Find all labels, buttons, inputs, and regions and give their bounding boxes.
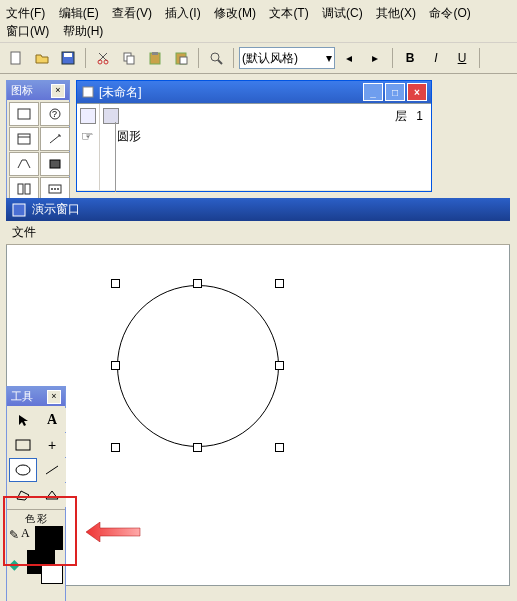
menu-other[interactable]: 其他(X)	[376, 6, 416, 20]
menu-file[interactable]: 文件(F)	[6, 6, 45, 20]
new-button[interactable]	[4, 46, 28, 70]
icon-cell[interactable]: ?	[40, 102, 70, 126]
bg-color-swatch[interactable]	[41, 564, 63, 584]
separator	[233, 48, 234, 68]
menu-window[interactable]: 窗口(W)	[6, 24, 49, 38]
layer-indicator: 层 1	[395, 108, 423, 125]
svg-rect-29	[13, 204, 25, 216]
document-title: [未命名]	[99, 84, 142, 101]
open-button[interactable]	[30, 46, 54, 70]
menu-insert[interactable]: 插入(I)	[165, 6, 200, 20]
preview-window: 演示窗口 文件	[6, 198, 510, 586]
select-tool[interactable]	[9, 408, 37, 432]
find-button[interactable]	[204, 46, 228, 70]
svg-rect-16	[18, 134, 30, 144]
preview-menu-file[interactable]: 文件	[12, 225, 36, 239]
svg-point-22	[51, 188, 53, 190]
svg-rect-8	[152, 52, 158, 55]
menu-view[interactable]: 查看(V)	[112, 6, 152, 20]
svg-rect-0	[11, 52, 20, 64]
handle-n[interactable]	[193, 279, 202, 288]
paste2-button[interactable]	[169, 46, 193, 70]
ellipse-tool[interactable]	[9, 458, 37, 482]
svg-point-11	[211, 53, 219, 61]
menu-help[interactable]: 帮助(H)	[63, 24, 104, 38]
palette-title-text: 图标	[11, 83, 33, 98]
doc-tree: 圆形	[103, 108, 141, 145]
layer-number: 1	[416, 109, 423, 123]
circle-shape[interactable]	[117, 285, 279, 447]
tools-palette: 工具 × A + 色 彩 ✎ A ◆ 线 型	[6, 386, 66, 601]
menu-bar: 文件(F) 编辑(E) 查看(V) 插入(I) 修改(M) 文本(T) 调试(C…	[0, 0, 517, 43]
svg-rect-10	[180, 57, 187, 64]
svg-point-24	[57, 188, 59, 190]
tree-root-icon[interactable]	[103, 108, 119, 124]
document-titlebar[interactable]: [未命名] _ □ ×	[77, 81, 431, 103]
tree-node[interactable]: 圆形	[117, 128, 141, 145]
close-icon[interactable]: ×	[47, 390, 61, 404]
handle-s[interactable]	[193, 443, 202, 452]
menu-modify[interactable]: 修改(M)	[214, 6, 256, 20]
doc-icon	[81, 85, 95, 99]
tools-palette-title[interactable]: 工具 ×	[7, 387, 65, 406]
handle-e[interactable]	[275, 361, 284, 370]
rect-tool[interactable]	[9, 433, 37, 457]
handle-se[interactable]	[275, 443, 284, 452]
underline-button[interactable]: U	[450, 46, 474, 70]
frame-thumb-icon[interactable]	[80, 108, 96, 124]
cut-button[interactable]	[91, 46, 115, 70]
italic-button[interactable]: I	[424, 46, 448, 70]
preview-titlebar[interactable]: 演示窗口	[6, 198, 510, 221]
maximize-button[interactable]: □	[385, 83, 405, 101]
crosshair-tool[interactable]: +	[38, 433, 66, 457]
layer-label: 层	[395, 109, 407, 123]
style-next-button[interactable]: ▸	[363, 46, 387, 70]
text-tool[interactable]: A	[38, 408, 66, 432]
icon-cell[interactable]	[9, 102, 39, 126]
menu-debug[interactable]: 调试(C)	[322, 6, 363, 20]
svg-line-32	[46, 466, 58, 474]
preview-title-text: 演示窗口	[32, 201, 80, 218]
separator	[392, 48, 393, 68]
bold-button[interactable]: B	[398, 46, 422, 70]
separator	[479, 48, 480, 68]
pointer-icon: ☞	[81, 128, 95, 144]
copy-button[interactable]	[117, 46, 141, 70]
handle-w[interactable]	[111, 361, 120, 370]
style-prev-button[interactable]: ◂	[337, 46, 361, 70]
tools-grid: A +	[7, 406, 65, 509]
svg-point-31	[16, 465, 30, 475]
main-toolbar: (默认风格)▾ ◂ ▸ B I U	[0, 43, 517, 74]
icons-palette-title[interactable]: 图标 ×	[7, 81, 69, 100]
menu-command[interactable]: 命令(O)	[429, 6, 470, 20]
svg-rect-6	[127, 56, 134, 64]
menu-text[interactable]: 文本(T)	[269, 6, 308, 20]
paste-button[interactable]	[143, 46, 167, 70]
svg-rect-28	[83, 87, 93, 97]
document-body: ☞ 圆形 层 1	[77, 103, 431, 190]
line-tool[interactable]	[38, 458, 66, 482]
handle-ne[interactable]	[275, 279, 284, 288]
svg-rect-30	[16, 440, 30, 450]
icon-cell[interactable]	[9, 152, 39, 176]
canvas[interactable]	[6, 245, 510, 586]
save-button[interactable]	[56, 46, 80, 70]
close-icon[interactable]: ×	[51, 84, 65, 98]
svg-rect-18	[50, 160, 60, 168]
highlight-annotation	[3, 496, 77, 566]
svg-rect-2	[64, 53, 72, 57]
style-dropdown[interactable]: (默认风格)▾	[239, 47, 335, 69]
svg-text:?: ?	[52, 109, 57, 119]
menu-edit[interactable]: 编辑(E)	[59, 6, 99, 20]
handle-sw[interactable]	[111, 443, 120, 452]
close-button[interactable]: ×	[407, 83, 427, 101]
icon-cell[interactable]	[9, 127, 39, 151]
handle-nw[interactable]	[111, 279, 120, 288]
svg-rect-20	[25, 184, 30, 194]
work-area: 图标 × ? WAIT [未命名] _ □ × ☞	[0, 74, 517, 601]
minimize-button[interactable]: _	[363, 83, 383, 101]
tree-connector	[115, 122, 116, 192]
icon-cell[interactable]	[40, 152, 70, 176]
svg-point-23	[54, 188, 56, 190]
icon-cell[interactable]	[40, 127, 70, 151]
